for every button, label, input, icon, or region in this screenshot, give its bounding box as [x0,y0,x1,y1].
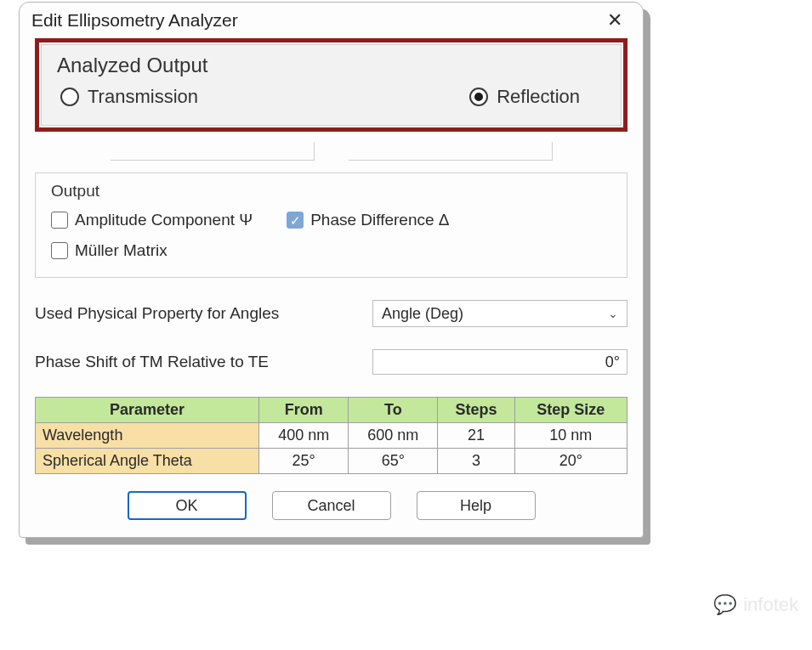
angle-property-select[interactable]: Angle (Deg) ⌄ [372,300,627,327]
analyzed-output-highlight: Analyzed Output Transmission Reflection [35,38,627,132]
ghost-field [349,142,553,161]
angle-property-row: Used Physical Property for Angles Angle … [35,300,627,327]
cell-step-size: 10 nm [514,423,627,449]
cell-to: 600 nm [349,423,438,449]
cell-param-name: Spherical Angle Theta [36,449,259,474]
radio-transmission-label: Transmission [88,86,198,108]
analyzed-output-group: Analyzed Output Transmission Reflection [41,44,622,126]
checkbox-muller[interactable]: Müller Matrix [51,241,168,260]
titlebar: Edit Ellipsometry Analyzer ✕ [20,3,643,37]
ghost-field [111,142,315,161]
output-legend: Output [51,182,611,201]
watermark: 💬 infotek [713,594,798,616]
cell-param-name: Wavelength [36,423,259,449]
phase-shift-input[interactable]: 0° [372,349,627,375]
checkbox-muller-label: Müller Matrix [75,241,168,260]
radio-icon [60,88,79,106]
col-steps: Steps [438,398,514,423]
hidden-field-row [35,142,627,164]
checkbox-icon [51,212,68,229]
help-button[interactable]: Help [417,491,536,520]
cell-from: 400 nm [259,423,349,449]
dialog-content: Analyzed Output Transmission Reflection [20,38,643,537]
table-header-row: Parameter From To Steps Step Size [36,398,627,423]
output-group: Output Amplitude Component Ψ Phase Diffe… [35,172,627,278]
col-parameter: Parameter [36,398,259,423]
output-check-row-1: Amplitude Component Ψ Phase Difference Δ [51,211,611,229]
close-icon[interactable]: ✕ [602,9,627,31]
analyzed-output-legend: Analyzed Output [57,54,605,77]
phase-shift-row: Phase Shift of TM Relative to TE 0° [35,349,627,375]
radio-reflection[interactable]: Reflection [469,86,580,108]
parameters-table: Parameter From To Steps Step Size Wavele… [35,397,627,474]
cell-to: 65° [349,449,438,474]
col-step-size: Step Size [514,398,627,423]
table-row[interactable]: Spherical Angle Theta 25° 65° 3 20° [36,449,627,474]
radio-icon [469,88,488,106]
checkbox-amplitude-label: Amplitude Component Ψ [75,211,253,229]
radio-reflection-label: Reflection [497,86,580,108]
cell-steps: 3 [438,449,514,474]
dialog-title: Edit Ellipsometry Analyzer [31,10,238,31]
col-from: From [259,398,349,423]
phase-shift-label: Phase Shift of TM Relative to TE [35,353,269,371]
cell-step-size: 20° [514,449,627,474]
cell-steps: 21 [438,423,514,449]
dialog-window: Edit Ellipsometry Analyzer ✕ Analyzed Ou… [19,2,644,538]
chevron-down-icon: ⌄ [608,307,618,320]
checkbox-icon [51,242,68,259]
col-to: To [349,398,438,423]
checkbox-phase[interactable]: Phase Difference Δ [287,211,449,229]
chat-icon: 💬 [713,594,736,616]
cancel-button[interactable]: Cancel [272,491,391,520]
watermark-text: infotek [743,594,798,616]
cell-from: 25° [259,449,349,474]
checkbox-amplitude[interactable]: Amplitude Component Ψ [51,211,253,229]
phase-shift-value: 0° [605,353,620,371]
angle-property-label: Used Physical Property for Angles [35,304,279,323]
dialog-buttons: OK Cancel Help [35,491,627,520]
radio-transmission[interactable]: Transmission [60,86,198,108]
output-check-row-2: Müller Matrix [51,241,611,260]
checkbox-phase-label: Phase Difference Δ [310,211,449,229]
angle-property-value: Angle (Deg) [382,305,463,323]
analyzed-output-radios: Transmission Reflection [57,81,605,108]
checkbox-icon [287,212,304,229]
table-row[interactable]: Wavelength 400 nm 600 nm 21 10 nm [36,423,627,449]
ok-button[interactable]: OK [128,491,247,520]
